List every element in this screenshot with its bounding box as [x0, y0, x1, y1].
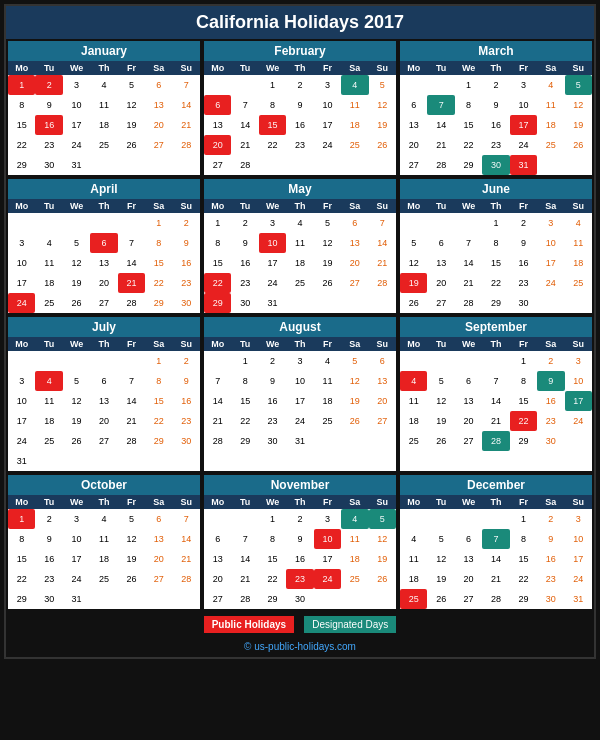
day-cell-empty [8, 213, 35, 233]
day-cell: 29 [510, 431, 537, 451]
day-header-cell: Mo [204, 61, 231, 75]
day-cell: 26 [314, 273, 341, 293]
day-cell: 23 [173, 273, 200, 293]
day-cell: 1 [145, 351, 172, 371]
day-cell: 3 [314, 75, 341, 95]
day-cell: 18 [90, 115, 117, 135]
day-header-cell: Fr [510, 61, 537, 75]
day-cell: 19 [369, 549, 396, 569]
day-cell: 25 [90, 135, 117, 155]
day-cell-empty [400, 213, 427, 233]
day-cell: 14 [231, 549, 258, 569]
day-cell-empty [400, 509, 427, 529]
day-cell: 16 [35, 549, 62, 569]
day-cell: 31 [8, 451, 35, 471]
day-cell: 25 [565, 273, 592, 293]
days-grid: 1234567891011121314151617181920212223242… [204, 213, 396, 313]
day-cell: 7 [173, 509, 200, 529]
day-cell: 10 [510, 95, 537, 115]
day-cell: 10 [565, 371, 592, 391]
day-cell: 9 [35, 95, 62, 115]
day-cell: 1 [8, 75, 35, 95]
day-cell: 25 [341, 135, 368, 155]
day-header-cell: We [63, 199, 90, 213]
day-cell-empty [427, 509, 454, 529]
day-cell: 13 [90, 391, 117, 411]
day-cell: 29 [145, 293, 172, 313]
day-cell: 14 [118, 253, 145, 273]
day-header-cell: Su [369, 337, 396, 351]
day-cell: 9 [482, 95, 509, 115]
day-cell: 21 [173, 115, 200, 135]
day-header-cell: Th [482, 495, 509, 509]
day-cell: 15 [482, 253, 509, 273]
day-cell: 27 [90, 431, 117, 451]
day-cell: 19 [427, 411, 454, 431]
day-cell: 2 [537, 351, 564, 371]
day-header-cell: Fr [118, 337, 145, 351]
day-cell: 28 [173, 569, 200, 589]
day-header-cell: Tu [35, 495, 62, 509]
day-cell-empty [400, 351, 427, 371]
day-cell: 8 [8, 95, 35, 115]
day-cell: 3 [8, 371, 35, 391]
day-header-cell: Sa [145, 495, 172, 509]
day-cell: 10 [63, 95, 90, 115]
day-cell: 22 [482, 273, 509, 293]
day-cell: 27 [90, 293, 117, 313]
day-cell: 20 [341, 253, 368, 273]
day-cell: 4 [35, 371, 62, 391]
day-cell: 3 [510, 75, 537, 95]
day-cell: 20 [90, 273, 117, 293]
day-cell: 5 [118, 75, 145, 95]
day-cell: 20 [455, 569, 482, 589]
day-cell: 15 [145, 253, 172, 273]
day-cell: 7 [173, 75, 200, 95]
day-cell: 2 [173, 351, 200, 371]
day-cell: 22 [259, 569, 286, 589]
day-cell: 13 [145, 529, 172, 549]
day-cell: 2 [482, 75, 509, 95]
days-grid: 1234567891011121314151617181920212223242… [8, 351, 200, 471]
day-cell-empty [118, 213, 145, 233]
day-cell: 8 [482, 233, 509, 253]
day-cell: 26 [63, 431, 90, 451]
day-cell: 20 [400, 135, 427, 155]
day-cell: 15 [259, 549, 286, 569]
day-cell: 24 [314, 135, 341, 155]
day-header-cell: Su [565, 337, 592, 351]
day-cell: 11 [90, 529, 117, 549]
day-cell: 2 [286, 75, 313, 95]
day-cell: 18 [537, 115, 564, 135]
day-cell: 27 [455, 431, 482, 451]
day-header-cell: We [455, 61, 482, 75]
day-header-cell: Su [173, 337, 200, 351]
day-header-cell: Su [369, 495, 396, 509]
day-cell: 11 [400, 391, 427, 411]
day-header-cell: Fr [314, 495, 341, 509]
month-header: July [8, 317, 200, 337]
day-cell: 13 [369, 371, 396, 391]
day-cell: 4 [90, 75, 117, 95]
day-cell: 18 [90, 549, 117, 569]
day-cell: 14 [118, 391, 145, 411]
day-cell: 2 [510, 213, 537, 233]
day-cell: 17 [314, 115, 341, 135]
day-cell: 6 [369, 351, 396, 371]
day-cell: 18 [286, 253, 313, 273]
day-cell: 29 [204, 293, 231, 313]
day-cell: 25 [35, 431, 62, 451]
day-cell: 12 [118, 529, 145, 549]
day-header-cell: Fr [510, 337, 537, 351]
footer: © us-public-holidays.com [6, 638, 594, 657]
month-block-december: DecemberMoTuWeThFrSaSu123456789101112131… [400, 475, 592, 609]
day-cell: 15 [510, 549, 537, 569]
day-header-cell: We [455, 337, 482, 351]
day-cell: 9 [537, 371, 564, 391]
day-header-cell: Th [286, 337, 313, 351]
day-cell: 21 [231, 569, 258, 589]
day-cell: 28 [231, 589, 258, 609]
day-cell: 1 [8, 509, 35, 529]
day-cell-empty [455, 213, 482, 233]
day-header-cell: Sa [341, 199, 368, 213]
